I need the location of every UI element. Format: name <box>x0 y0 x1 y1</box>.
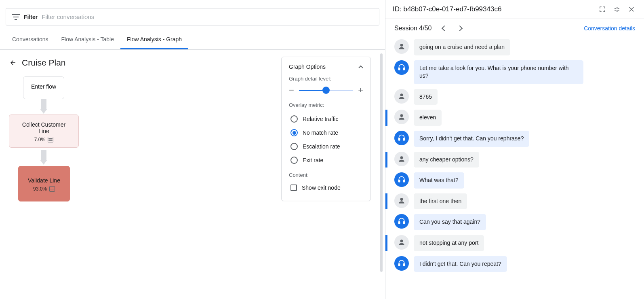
svg-rect-5 <box>399 138 400 140</box>
checkbox-label: Show exit node <box>302 184 341 191</box>
edge <box>41 150 46 160</box>
scrollbar-thumb[interactable] <box>380 53 383 272</box>
user-avatar-icon <box>394 152 409 166</box>
radio-escalation-rate[interactable]: Escalation rate <box>289 140 363 153</box>
message-bubble: What was that? <box>414 172 464 189</box>
tab-conversations[interactable]: Conversations <box>6 30 55 49</box>
slider-thumb[interactable] <box>322 87 330 94</box>
agent-avatar-icon <box>394 131 409 145</box>
details-icon[interactable] <box>49 186 55 192</box>
radio-label: Relative traffic <box>303 116 338 122</box>
filter-placeholder: Filter conversations <box>42 13 94 20</box>
message-row: the first one then <box>385 191 640 212</box>
user-avatar-icon <box>394 89 409 104</box>
message-bubble: Sorry, I didn't get that. Can you rephra… <box>414 131 529 147</box>
node-title: Enter flow <box>27 83 60 90</box>
messages-list[interactable]: going on a cruise and need a plan Let me… <box>385 37 644 299</box>
svg-point-4 <box>400 115 403 117</box>
slider-track[interactable] <box>299 90 353 91</box>
message-bubble: Let me take a look for you. What is your… <box>414 60 583 84</box>
radio-exit-rate[interactable]: Exit rate <box>289 153 363 167</box>
svg-rect-8 <box>399 180 400 182</box>
radio-no-match-rate[interactable]: No match rate <box>289 126 363 140</box>
message-bubble: 8765 <box>414 89 438 105</box>
svg-point-7 <box>400 156 403 159</box>
message-row: Let me take a look for you. What is your… <box>385 58 640 87</box>
message-bubble: eleven <box>414 110 442 126</box>
next-session-button[interactable] <box>457 25 462 31</box>
tab-flow-table[interactable]: Flow Analysis - Table <box>55 30 120 49</box>
message-row: eleven <box>385 107 640 128</box>
svg-point-13 <box>400 240 403 242</box>
message-bubble: not stopping at any port <box>414 235 484 251</box>
node-validate-line[interactable]: Validate Line 93.0% <box>18 166 70 201</box>
radio-relative-traffic[interactable]: Relative traffic <box>289 112 363 126</box>
svg-rect-11 <box>399 222 400 224</box>
user-avatar-icon <box>394 110 409 124</box>
details-icon[interactable] <box>48 137 53 142</box>
slider-plus-button[interactable]: + <box>358 86 363 95</box>
fullscreen-exit-icon[interactable] <box>612 4 622 15</box>
checkbox-box <box>290 184 297 191</box>
edge <box>41 99 46 109</box>
panel-title: Graph Options <box>289 64 326 70</box>
svg-point-0 <box>400 44 403 47</box>
content-label: Content: <box>289 172 363 178</box>
tab-flow-graph[interactable]: Flow Analysis - Graph <box>120 30 188 49</box>
fullscreen-enter-icon[interactable] <box>597 4 608 15</box>
message-bubble: Can you say that again? <box>414 214 486 230</box>
agent-avatar-icon <box>394 60 409 75</box>
flow-title: Cruise Plan <box>22 58 66 68</box>
node-title: Validate Line <box>27 177 61 184</box>
message-row: not stopping at any port <box>385 233 640 254</box>
close-icon[interactable] <box>626 4 637 15</box>
node-enter-flow[interactable]: Enter flow <box>23 76 64 99</box>
filter-bar[interactable]: Filter Filter conversations <box>6 8 379 25</box>
graph-options-panel: Graph Options Graph detail level: − + Ov… <box>281 57 371 201</box>
node-title: Collect Customer Line <box>17 121 70 134</box>
overlay-metric-radios: Relative traffic No match rate Escalatio… <box>289 112 363 167</box>
edge-arrowhead <box>40 160 47 165</box>
overlay-metric-label: Overlay metric: <box>289 102 363 108</box>
detail-level-label: Graph detail level: <box>289 76 363 82</box>
user-avatar-icon <box>394 193 409 208</box>
detail-slider: − + <box>289 86 363 95</box>
message-bubble: any cheaper options? <box>414 152 479 168</box>
message-row: Sorry, I didn't get that. Can you rephra… <box>385 128 640 149</box>
detail-header: ID: b48b07-c0e-017-ed7-fb99343c6 <box>385 0 644 19</box>
checkbox-show-exit-node[interactable]: Show exit node <box>289 182 363 193</box>
collapse-icon[interactable] <box>358 65 363 68</box>
node-metric: 93.0% <box>33 186 47 192</box>
radio-label: No match rate <box>303 129 338 136</box>
message-bubble: I didn't get that. Can you repeat? <box>414 256 507 272</box>
agent-avatar-icon <box>394 172 409 187</box>
message-bubble: the first one then <box>414 193 467 210</box>
node-metric: 7.0% <box>34 137 45 142</box>
message-bubble: going on a cruise and need a plan <box>414 39 510 55</box>
message-row: Can you say that again? <box>385 212 640 233</box>
scrollbar[interactable] <box>381 53 385 280</box>
slider-fill <box>299 90 326 91</box>
agent-avatar-icon <box>394 214 409 229</box>
user-avatar-icon <box>394 39 409 54</box>
edge-arrowhead <box>40 109 47 114</box>
conversation-details-link[interactable]: Conversation details <box>584 25 635 32</box>
svg-rect-9 <box>403 180 404 182</box>
prev-session-button[interactable] <box>441 25 447 31</box>
tabs: Conversations Flow Analysis - Table Flow… <box>0 30 385 50</box>
message-row: What was that? <box>385 170 640 191</box>
svg-rect-2 <box>403 68 404 70</box>
agent-avatar-icon <box>394 256 409 271</box>
radio-label: Escalation rate <box>303 143 340 150</box>
filter-icon <box>12 14 20 20</box>
message-row: I didn't get that. Can you repeat? <box>385 254 640 275</box>
back-button[interactable] <box>9 59 17 67</box>
svg-rect-15 <box>403 263 404 265</box>
radio-label: Exit rate <box>303 157 323 163</box>
session-label: Session 4/50 <box>394 25 432 32</box>
slider-minus-button[interactable]: − <box>289 86 294 95</box>
message-row: going on a cruise and need a plan <box>385 37 640 58</box>
node-collect-customer-line[interactable]: Collect Customer Line 7.0% <box>9 115 79 148</box>
message-row: any cheaper options? <box>385 149 640 170</box>
conversation-id: ID: b48b07-c0e-017-ed7-fb99343c6 <box>393 5 593 13</box>
